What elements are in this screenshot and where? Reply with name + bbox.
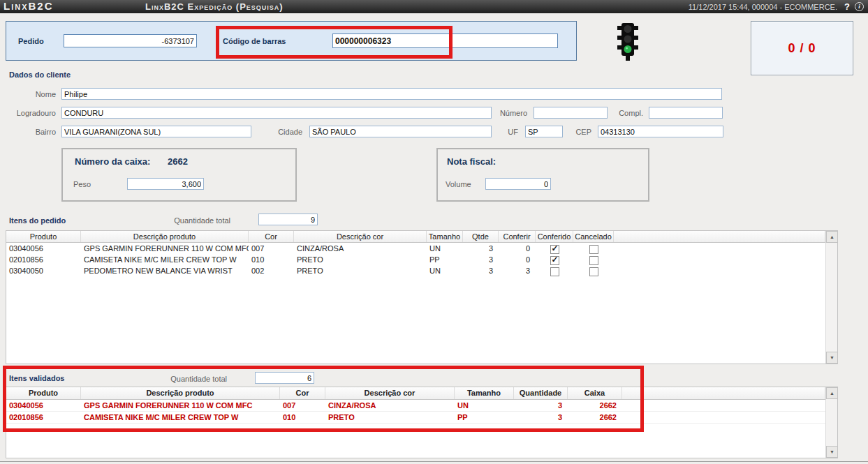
info-icon[interactable]: i bbox=[855, 2, 864, 11]
cell-cor: 007 bbox=[249, 243, 294, 254]
peso-input[interactable] bbox=[127, 178, 204, 190]
cep-input[interactable] bbox=[598, 126, 723, 137]
cell-caixa: 2662 bbox=[568, 400, 622, 411]
col-descricao-cor: Descrição cor bbox=[294, 231, 427, 242]
barcode-label: Código de barras bbox=[223, 37, 286, 45]
cidade-label: Cidade bbox=[265, 128, 302, 136]
cell-produto: 03040056 bbox=[6, 400, 81, 411]
caixa-title: Número da caixa: bbox=[75, 156, 150, 167]
col-produto: Produto bbox=[6, 387, 81, 399]
expedition-panel: Pedido Código de barras bbox=[6, 21, 577, 61]
cell-tamanho: UN bbox=[427, 265, 463, 276]
section-itens-pedido: Itens do pedido bbox=[9, 216, 66, 225]
barcode-input[interactable] bbox=[332, 33, 558, 48]
cell-tamanho: UN bbox=[455, 400, 514, 411]
pedido-label: Pedido bbox=[18, 37, 44, 45]
cell-descricao-cor: CINZA/ROSA bbox=[325, 400, 455, 411]
title-bar: LinxB2C LinxB2C Expedição (Pesquisa) 11/… bbox=[0, 0, 868, 13]
cell-descricao: CAMISETA NIKE M/C MILER CREW TOP W bbox=[81, 412, 280, 423]
cell-descricao: GPS GARMIN FORERUNNER 110 W COM MFC bbox=[81, 400, 280, 411]
col-conferir: Conferir bbox=[499, 231, 536, 242]
titlebar-status: 11/12/2017 15:44, 000004 - ECOMMERCE. bbox=[689, 3, 837, 11]
logradouro-input[interactable] bbox=[61, 107, 492, 119]
volume-input[interactable] bbox=[485, 178, 551, 190]
cell-descricao-cor: CINZA/ROSA bbox=[294, 243, 427, 254]
cell-descricao: CAMISETA NIKE M/C MILER CREW TOP W bbox=[81, 254, 249, 265]
col-cancelado: Cancelado bbox=[573, 231, 614, 242]
caixa-number: 2662 bbox=[168, 156, 188, 167]
cell-quantidade: 3 bbox=[514, 400, 568, 411]
uf-input[interactable] bbox=[525, 126, 563, 137]
qty-total-validados-input[interactable] bbox=[255, 372, 314, 384]
cell-qtde: 3 bbox=[463, 265, 499, 276]
cell-cor: 010 bbox=[249, 254, 294, 265]
scroll-up-button[interactable] bbox=[826, 231, 838, 243]
numero-label: Número bbox=[489, 109, 527, 117]
cell-produto: 02010856 bbox=[6, 254, 81, 265]
itens-validados-table: Produto Descrição produto Cor Descrição … bbox=[6, 387, 838, 458]
cell-cor: 010 bbox=[280, 412, 325, 423]
cell-descricao-cor: PRETO bbox=[294, 265, 427, 276]
scroll-down-button[interactable] bbox=[826, 352, 838, 364]
nota-groupbox: Nota fiscal: Volume bbox=[436, 148, 649, 202]
cell-conferir: 3 bbox=[499, 265, 536, 276]
cell-caixa: 2662 bbox=[568, 412, 622, 423]
table-row[interactable]: 02010856 CAMISETA NIKE M/C MILER CREW TO… bbox=[6, 254, 825, 265]
col-produto: Produto bbox=[6, 231, 81, 242]
qty-total-pedido-input[interactable] bbox=[258, 214, 318, 225]
cep-label: CEP bbox=[567, 128, 591, 136]
bairro-input[interactable] bbox=[61, 126, 251, 137]
conferido-checkbox[interactable] bbox=[550, 256, 559, 265]
scrollbar[interactable] bbox=[825, 231, 837, 364]
qty-total-pedido-label: Quantidade total bbox=[161, 216, 230, 225]
col-descricao-cor: Descrição cor bbox=[325, 387, 455, 399]
section-dados-cliente: Dados do cliente bbox=[9, 70, 71, 79]
cancelado-checkbox[interactable] bbox=[589, 256, 598, 265]
compl-input[interactable] bbox=[649, 107, 723, 119]
cell-tamanho: PP bbox=[427, 254, 463, 265]
table-row[interactable]: 02010856 CAMISETA NIKE M/C MILER CREW TO… bbox=[6, 412, 825, 424]
itens-pedido-table: Produto Descrição produto Cor Descrição … bbox=[6, 230, 838, 364]
col-cor: Cor bbox=[280, 387, 325, 399]
app-window: LinxB2C LinxB2C Expedição (Pesquisa) 11/… bbox=[0, 0, 868, 464]
cell-produto: 02010856 bbox=[6, 412, 81, 423]
cancelado-checkbox[interactable] bbox=[589, 267, 598, 276]
nome-input[interactable] bbox=[61, 88, 722, 100]
volume-label: Volume bbox=[446, 180, 477, 188]
scrollbar[interactable] bbox=[825, 387, 837, 458]
help-icon[interactable]: ? bbox=[844, 1, 850, 12]
cell-cor: 002 bbox=[249, 265, 294, 276]
col-quantidade: Quantidade bbox=[514, 387, 568, 399]
compl-label: Compl. bbox=[612, 109, 643, 117]
cell-descricao-cor: PRETO bbox=[294, 254, 427, 265]
numero-input[interactable] bbox=[534, 107, 608, 119]
itens-pedido-header: Produto Descrição produto Cor Descrição … bbox=[6, 231, 825, 243]
table-row[interactable]: 03040050 PEDOMETRO NEW BALANCE VIA WRIST… bbox=[6, 265, 825, 276]
scroll-up-button[interactable] bbox=[826, 387, 838, 399]
conferido-checkbox[interactable] bbox=[550, 267, 559, 276]
col-caixa: Caixa bbox=[568, 387, 622, 399]
col-descricao-produto: Descrição produto bbox=[81, 387, 280, 399]
cell-descricao: GPS GARMIN FORERUNNER 110 W COM MFC bbox=[81, 243, 249, 254]
cell-conferir: 0 bbox=[499, 243, 536, 254]
conferido-checkbox[interactable] bbox=[550, 245, 559, 254]
col-descricao-produto: Descrição produto bbox=[81, 231, 249, 242]
window-title: LinxB2C Expedição (Pesquisa) bbox=[145, 1, 284, 12]
app-logo: LinxB2C bbox=[3, 0, 54, 12]
counter-box: 0 / 0 bbox=[751, 21, 853, 75]
pedido-input[interactable] bbox=[64, 34, 197, 47]
cell-produto: 03040056 bbox=[6, 243, 81, 254]
cancelado-checkbox[interactable] bbox=[589, 245, 598, 254]
cell-qtde: 3 bbox=[463, 243, 499, 254]
cell-cor: 007 bbox=[280, 400, 325, 411]
cell-quantidade: 3 bbox=[514, 412, 568, 423]
table-row[interactable]: 03040056 GPS GARMIN FORERUNNER 110 W COM… bbox=[6, 400, 825, 412]
table-row[interactable]: 03040056 GPS GARMIN FORERUNNER 110 W COM… bbox=[6, 243, 825, 254]
cidade-input[interactable] bbox=[309, 126, 492, 137]
col-tamanho: Tamanho bbox=[427, 231, 463, 242]
cell-produto: 03040050 bbox=[6, 265, 81, 276]
bairro-label: Bairro bbox=[14, 128, 56, 136]
itens-validados-header: Produto Descrição produto Cor Descrição … bbox=[6, 387, 825, 400]
col-conferido: Conferido bbox=[536, 231, 573, 242]
scroll-down-button[interactable] bbox=[826, 446, 838, 458]
